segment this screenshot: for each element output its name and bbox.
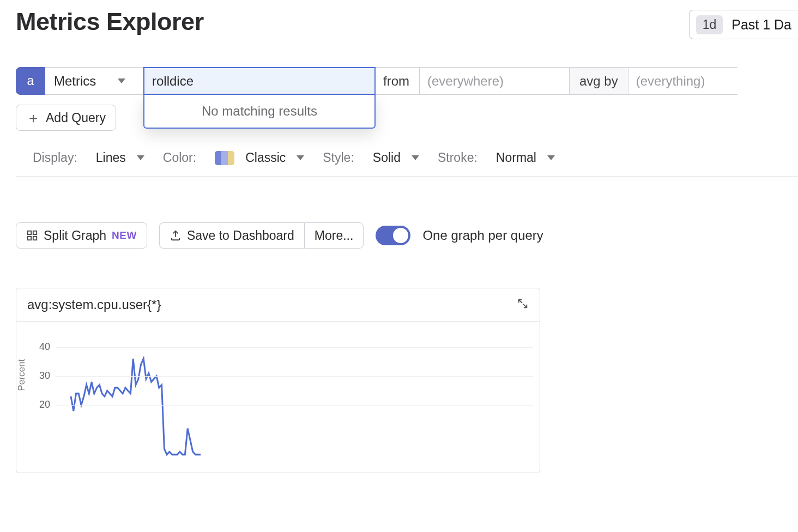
display-type-value: Lines bbox=[96, 150, 126, 165]
chevron-down-icon bbox=[118, 78, 125, 83]
add-query-label: Add Query bbox=[46, 111, 106, 125]
stroke-label: Stroke: bbox=[438, 150, 477, 165]
chart-card: avg:system.cpu.user{*} Percent 203040 bbox=[16, 288, 540, 473]
color-label: Color: bbox=[163, 150, 196, 165]
save-button-group: Save to Dashboard More... bbox=[159, 222, 364, 249]
metrics-source-select[interactable]: Metrics bbox=[45, 67, 143, 95]
add-query-button[interactable]: ＋ Add Query bbox=[16, 105, 116, 131]
autocomplete-dropdown: No matching results bbox=[143, 95, 376, 129]
svg-rect-1 bbox=[33, 231, 37, 234]
metric-name-input[interactable] bbox=[143, 67, 376, 95]
svg-rect-3 bbox=[33, 237, 37, 240]
from-label: from bbox=[376, 67, 420, 95]
toggle-label: One graph per query bbox=[422, 228, 543, 243]
query-id-tag[interactable]: a bbox=[16, 67, 45, 95]
upload-icon bbox=[170, 229, 182, 241]
display-options-bar: Display: Lines Color: Classic Style: Sol… bbox=[16, 143, 798, 177]
aggregation-select[interactable]: avg by bbox=[570, 67, 628, 95]
time-range-pill: 1d bbox=[696, 15, 723, 34]
chevron-down-icon bbox=[137, 155, 144, 160]
y-tick: 20 bbox=[56, 405, 533, 406]
save-label: Save to Dashboard bbox=[187, 228, 294, 243]
chevron-down-icon bbox=[297, 155, 304, 160]
color-value: Classic bbox=[245, 150, 286, 165]
svg-rect-2 bbox=[28, 237, 31, 240]
more-button[interactable]: More... bbox=[304, 222, 364, 249]
y-tick: 30 bbox=[56, 376, 533, 377]
style-select[interactable]: Solid bbox=[373, 150, 419, 165]
svg-rect-0 bbox=[28, 231, 31, 234]
metrics-source-label: Metrics bbox=[54, 74, 96, 89]
from-scope-input[interactable]: (everywhere) bbox=[420, 67, 570, 95]
y-axis-label: Percent bbox=[16, 359, 27, 391]
chevron-down-icon bbox=[412, 155, 419, 160]
query-row: a Metrics No matching results from (ever… bbox=[16, 67, 798, 95]
y-tick: 40 bbox=[56, 347, 533, 348]
split-graph-icon bbox=[26, 229, 38, 241]
more-label: More... bbox=[315, 228, 354, 243]
line-chart bbox=[71, 332, 540, 463]
stroke-value: Normal bbox=[496, 150, 536, 165]
time-range-picker[interactable]: 1d Past 1 Da bbox=[689, 10, 798, 39]
expand-icon[interactable] bbox=[517, 298, 529, 312]
style-label: Style: bbox=[323, 150, 354, 165]
plus-icon: ＋ bbox=[26, 108, 40, 128]
save-to-dashboard-button[interactable]: Save to Dashboard bbox=[159, 222, 304, 249]
chevron-down-icon bbox=[547, 155, 555, 160]
split-graph-button[interactable]: Split Graph NEW bbox=[16, 222, 147, 249]
style-value: Solid bbox=[373, 150, 401, 165]
display-type-select[interactable]: Lines bbox=[96, 150, 144, 165]
color-select[interactable]: Classic bbox=[215, 150, 304, 165]
one-graph-per-query-toggle[interactable] bbox=[376, 226, 410, 245]
chart-title: avg:system.cpu.user{*} bbox=[27, 297, 161, 312]
page-title: Metrics Explorer bbox=[16, 8, 204, 36]
split-graph-label: Split Graph bbox=[44, 228, 106, 243]
stroke-select[interactable]: Normal bbox=[496, 150, 555, 165]
new-badge: NEW bbox=[112, 229, 137, 241]
group-by-input[interactable]: (everything) bbox=[628, 67, 737, 95]
time-range-label: Past 1 Da bbox=[732, 17, 791, 33]
display-label: Display: bbox=[33, 150, 77, 165]
color-swatch-icon bbox=[215, 151, 234, 165]
